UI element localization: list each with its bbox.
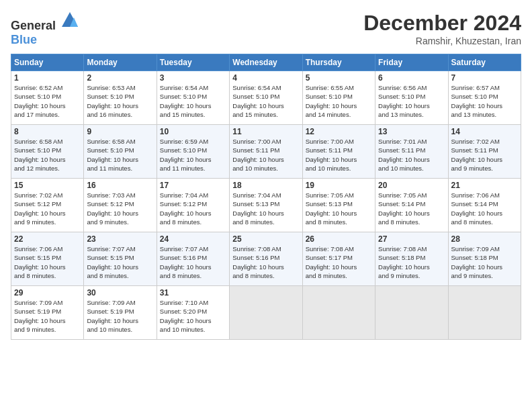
day-number: 20	[378, 181, 445, 190]
day-number: 26	[306, 234, 372, 244]
table-row: 30Sunrise: 7:09 AMSunset: 5:19 PMDayligh…	[84, 286, 157, 340]
day-number: 21	[451, 181, 518, 190]
calendar-week-row: 22Sunrise: 7:06 AMSunset: 5:15 PMDayligh…	[11, 232, 521, 286]
day-info: Sunrise: 6:55 AMSunset: 5:10 PMDaylight:…	[306, 83, 372, 119]
table-row: 19Sunrise: 7:05 AMSunset: 5:13 PMDayligh…	[302, 179, 375, 232]
day-number: 25	[232, 234, 299, 244]
day-info: Sunrise: 7:09 AMSunset: 5:19 PMDaylight:…	[14, 298, 81, 334]
day-info: Sunrise: 6:59 AMSunset: 5:10 PMDaylight:…	[160, 137, 226, 173]
day-info: Sunrise: 6:58 AMSunset: 5:10 PMDaylight:…	[14, 137, 81, 173]
day-info: Sunrise: 7:10 AMSunset: 5:20 PMDaylight:…	[160, 298, 226, 334]
logo-blue: Blue	[11, 33, 37, 46]
day-info: Sunrise: 7:06 AMSunset: 5:15 PMDaylight:…	[14, 244, 81, 280]
day-number: 9	[87, 127, 153, 136]
title-area: December 2024 Ramshir, Khuzestan, Iran	[363, 11, 521, 46]
table-row: 9Sunrise: 6:58 AMSunset: 5:10 PMDaylight…	[84, 125, 157, 179]
day-info: Sunrise: 7:04 AMSunset: 5:13 PMDaylight:…	[232, 191, 299, 226]
table-row	[375, 286, 448, 340]
day-info: Sunrise: 6:56 AMSunset: 5:10 PMDaylight:…	[378, 83, 445, 119]
logo-icon	[60, 11, 79, 30]
table-row: 23Sunrise: 7:07 AMSunset: 5:15 PMDayligh…	[84, 232, 157, 286]
day-info: Sunrise: 7:09 AMSunset: 5:19 PMDaylight:…	[87, 298, 153, 334]
day-number: 17	[160, 181, 226, 190]
page: General Blue December 2024 Ramshir, Khuz…	[0, 0, 532, 411]
day-info: Sunrise: 6:52 AMSunset: 5:10 PMDaylight:…	[14, 83, 81, 119]
table-row: 14Sunrise: 7:02 AMSunset: 5:11 PMDayligh…	[448, 125, 521, 179]
header-monday: Monday	[84, 54, 157, 71]
header-tuesday: Tuesday	[157, 54, 229, 71]
day-number: 7	[451, 73, 518, 83]
day-info: Sunrise: 6:53 AMSunset: 5:10 PMDaylight:…	[87, 83, 153, 119]
table-row: 24Sunrise: 7:07 AMSunset: 5:16 PMDayligh…	[157, 232, 229, 286]
table-row: 13Sunrise: 7:01 AMSunset: 5:11 PMDayligh…	[375, 125, 448, 179]
table-row: 1Sunrise: 6:52 AMSunset: 5:10 PMDaylight…	[11, 71, 84, 125]
day-number: 27	[378, 234, 445, 244]
calendar-header-row: Sunday Monday Tuesday Wednesday Thursday…	[11, 54, 521, 71]
table-row: 16Sunrise: 7:03 AMSunset: 5:12 PMDayligh…	[84, 179, 157, 232]
day-info: Sunrise: 7:05 AMSunset: 5:13 PMDaylight:…	[306, 191, 372, 226]
day-number: 4	[232, 73, 299, 83]
table-row: 22Sunrise: 7:06 AMSunset: 5:15 PMDayligh…	[11, 232, 84, 286]
table-row	[302, 286, 375, 340]
day-number: 28	[451, 234, 518, 244]
table-row: 11Sunrise: 7:00 AMSunset: 5:11 PMDayligh…	[230, 125, 302, 179]
day-info: Sunrise: 7:02 AMSunset: 5:11 PMDaylight:…	[451, 137, 518, 173]
table-row: 29Sunrise: 7:09 AMSunset: 5:19 PMDayligh…	[11, 286, 84, 340]
day-info: Sunrise: 7:02 AMSunset: 5:12 PMDaylight:…	[14, 191, 81, 226]
day-number: 31	[160, 288, 226, 298]
day-info: Sunrise: 7:00 AMSunset: 5:11 PMDaylight:…	[306, 137, 372, 173]
table-row: 17Sunrise: 7:04 AMSunset: 5:12 PMDayligh…	[157, 179, 229, 232]
table-row: 25Sunrise: 7:08 AMSunset: 5:16 PMDayligh…	[230, 232, 302, 286]
day-info: Sunrise: 7:01 AMSunset: 5:11 PMDaylight:…	[378, 137, 445, 173]
table-row: 3Sunrise: 6:54 AMSunset: 5:10 PMDaylight…	[157, 71, 229, 125]
day-number: 12	[306, 127, 372, 136]
day-info: Sunrise: 6:54 AMSunset: 5:10 PMDaylight:…	[160, 83, 226, 119]
table-row: 21Sunrise: 7:06 AMSunset: 5:14 PMDayligh…	[448, 179, 521, 232]
day-info: Sunrise: 7:04 AMSunset: 5:12 PMDaylight:…	[160, 191, 226, 226]
table-row: 31Sunrise: 7:10 AMSunset: 5:20 PMDayligh…	[157, 286, 229, 340]
calendar-week-row: 1Sunrise: 6:52 AMSunset: 5:10 PMDaylight…	[11, 71, 521, 125]
location-subtitle: Ramshir, Khuzestan, Iran	[363, 36, 521, 46]
table-row	[448, 286, 521, 340]
table-row: 20Sunrise: 7:05 AMSunset: 5:14 PMDayligh…	[375, 179, 448, 232]
table-row: 15Sunrise: 7:02 AMSunset: 5:12 PMDayligh…	[11, 179, 84, 232]
table-row	[230, 286, 302, 340]
table-row: 26Sunrise: 7:08 AMSunset: 5:17 PMDayligh…	[302, 232, 375, 286]
day-info: Sunrise: 7:08 AMSunset: 5:16 PMDaylight:…	[232, 244, 299, 280]
table-row: 27Sunrise: 7:08 AMSunset: 5:18 PMDayligh…	[375, 232, 448, 286]
day-number: 10	[160, 127, 226, 136]
day-number: 18	[232, 181, 299, 190]
logo-text: General Blue	[11, 11, 79, 47]
day-number: 5	[306, 73, 372, 83]
table-row: 4Sunrise: 6:54 AMSunset: 5:10 PMDaylight…	[230, 71, 302, 125]
header-thursday: Thursday	[302, 54, 375, 71]
day-info: Sunrise: 7:00 AMSunset: 5:11 PMDaylight:…	[232, 137, 299, 173]
logo-general: General	[11, 19, 56, 32]
day-info: Sunrise: 7:07 AMSunset: 5:15 PMDaylight:…	[87, 244, 153, 280]
calendar-week-row: 8Sunrise: 6:58 AMSunset: 5:10 PMDaylight…	[11, 125, 521, 179]
day-number: 1	[14, 73, 81, 83]
calendar-week-row: 15Sunrise: 7:02 AMSunset: 5:12 PMDayligh…	[11, 179, 521, 232]
day-info: Sunrise: 7:08 AMSunset: 5:17 PMDaylight:…	[306, 244, 372, 280]
day-info: Sunrise: 6:54 AMSunset: 5:10 PMDaylight:…	[232, 83, 299, 119]
calendar-week-row: 29Sunrise: 7:09 AMSunset: 5:19 PMDayligh…	[11, 286, 521, 340]
header-sunday: Sunday	[11, 54, 84, 71]
day-info: Sunrise: 7:08 AMSunset: 5:18 PMDaylight:…	[378, 244, 445, 280]
table-row: 28Sunrise: 7:09 AMSunset: 5:18 PMDayligh…	[448, 232, 521, 286]
table-row: 8Sunrise: 6:58 AMSunset: 5:10 PMDaylight…	[11, 125, 84, 179]
table-row: 6Sunrise: 6:56 AMSunset: 5:10 PMDaylight…	[375, 71, 448, 125]
day-number: 14	[451, 127, 518, 136]
day-info: Sunrise: 6:57 AMSunset: 5:10 PMDaylight:…	[451, 83, 518, 119]
day-number: 8	[14, 127, 81, 136]
table-row: 18Sunrise: 7:04 AMSunset: 5:13 PMDayligh…	[230, 179, 302, 232]
header-wednesday: Wednesday	[230, 54, 302, 71]
day-number: 3	[160, 73, 226, 83]
day-number: 16	[87, 181, 153, 190]
day-number: 22	[14, 234, 81, 244]
day-info: Sunrise: 7:05 AMSunset: 5:14 PMDaylight:…	[378, 191, 445, 226]
day-number: 24	[160, 234, 226, 244]
month-title: December 2024	[363, 11, 521, 36]
calendar-table: Sunday Monday Tuesday Wednesday Thursday…	[11, 54, 521, 340]
day-number: 2	[87, 73, 153, 83]
day-number: 30	[87, 288, 153, 298]
